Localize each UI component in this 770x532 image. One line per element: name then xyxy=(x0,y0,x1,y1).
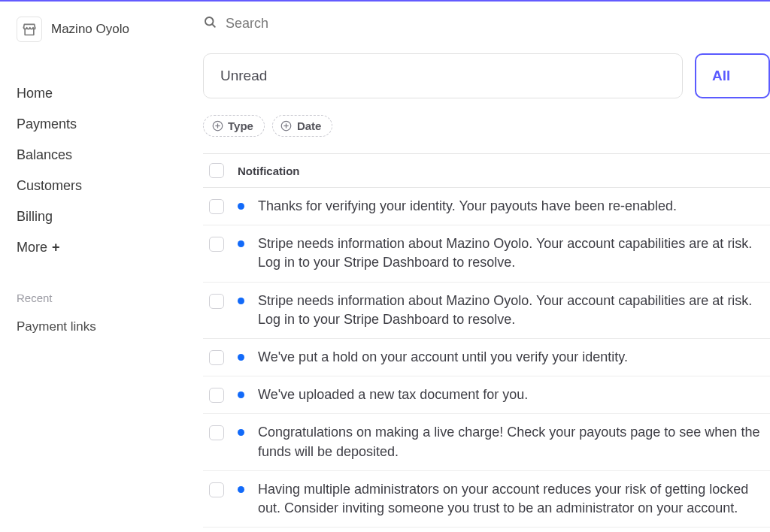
search-placeholder: Search xyxy=(226,16,268,32)
store-icon xyxy=(17,17,42,42)
brand[interactable]: Mazino Oyolo xyxy=(17,17,203,42)
unread-dot-icon xyxy=(238,203,244,210)
notification-text: Thanks for verifying your identity. Your… xyxy=(258,197,677,216)
unread-dot-icon xyxy=(238,298,244,304)
sidebar-item-label: Home xyxy=(17,86,53,101)
recent-item-label: Payment links xyxy=(17,319,96,334)
sidebar-item-payments[interactable]: Payments xyxy=(17,109,203,140)
recent-heading: Recent xyxy=(17,292,203,304)
column-header-notification: Notification xyxy=(238,165,300,177)
row-checkbox[interactable] xyxy=(209,482,224,497)
svg-line-1 xyxy=(212,24,214,26)
plus-circle-icon xyxy=(211,120,223,132)
recent-item-payment-links[interactable]: Payment links xyxy=(17,315,203,339)
filter-type[interactable]: Type xyxy=(203,115,265,137)
sidebar-item-billing[interactable]: Billing xyxy=(17,201,203,232)
sidebar-item-home[interactable]: Home xyxy=(17,78,203,109)
plus-circle-icon xyxy=(280,120,293,132)
filters: Type Date xyxy=(203,115,770,137)
table-header: Notification xyxy=(203,153,770,188)
row-checkbox[interactable] xyxy=(209,388,224,403)
sidebar-item-label: More xyxy=(17,240,47,255)
notification-text: We've put a hold on your account until y… xyxy=(258,348,628,367)
notification-text: Having multiple administrators on your a… xyxy=(258,480,764,518)
row-checkbox[interactable] xyxy=(209,237,224,252)
sidebar-item-label: Billing xyxy=(17,209,53,225)
sidebar: Mazino Oyolo Home Payments Balances Cust… xyxy=(0,2,203,532)
tab-label: Unread xyxy=(220,68,267,83)
sidebar-item-label: Customers xyxy=(17,178,82,194)
table-row[interactable]: Stripe needs information about Mazino Oy… xyxy=(203,283,770,339)
table-row[interactable]: Thanks for verifying your identity. Your… xyxy=(203,188,770,225)
row-checkbox[interactable] xyxy=(209,199,224,214)
unread-dot-icon xyxy=(238,240,244,247)
table-row[interactable]: We've put a hold on your account until y… xyxy=(203,339,770,376)
notification-text: Stripe needs information about Mazino Oy… xyxy=(258,292,764,329)
tab-unread[interactable]: Unread xyxy=(203,53,683,98)
search-bar[interactable]: Search xyxy=(203,15,770,32)
select-all-checkbox[interactable] xyxy=(209,163,224,178)
table-row[interactable]: Congratulations on making a live charge!… xyxy=(203,414,770,470)
sidebar-item-customers[interactable]: Customers xyxy=(17,171,203,201)
notification-text: Stripe needs information about Mazino Oy… xyxy=(258,234,764,272)
main-content: Search Unread All Type xyxy=(203,2,770,532)
notification-text: Congratulations on making a live charge!… xyxy=(258,423,764,461)
unread-dot-icon xyxy=(238,429,244,436)
tab-label: All xyxy=(712,68,730,83)
filter-date[interactable]: Date xyxy=(272,115,333,137)
sidebar-item-more[interactable]: More + xyxy=(17,232,203,263)
filter-label: Type xyxy=(228,119,253,132)
unread-dot-icon xyxy=(238,354,244,361)
sidebar-item-label: Balances xyxy=(17,147,72,163)
row-checkbox[interactable] xyxy=(209,350,224,365)
brand-name: Mazino Oyolo xyxy=(51,22,129,37)
search-icon xyxy=(203,15,217,32)
table-row[interactable]: Having multiple administrators on your a… xyxy=(203,471,770,527)
unread-dot-icon xyxy=(238,391,244,398)
tabs: Unread All xyxy=(203,53,770,98)
row-checkbox[interactable] xyxy=(209,294,224,309)
plus-icon: + xyxy=(52,240,60,255)
table-row[interactable]: We've uploaded a new tax document for yo… xyxy=(203,376,770,414)
tab-all[interactable]: All xyxy=(695,53,770,98)
sidebar-item-label: Payments xyxy=(17,116,77,132)
filter-label: Date xyxy=(297,119,322,132)
table-row[interactable]: Stripe needs information about Mazino Oy… xyxy=(203,225,770,282)
notification-text: We've uploaded a new tax document for yo… xyxy=(258,385,528,404)
row-checkbox[interactable] xyxy=(209,425,224,440)
unread-dot-icon xyxy=(238,486,244,493)
sidebar-item-balances[interactable]: Balances xyxy=(17,140,203,171)
